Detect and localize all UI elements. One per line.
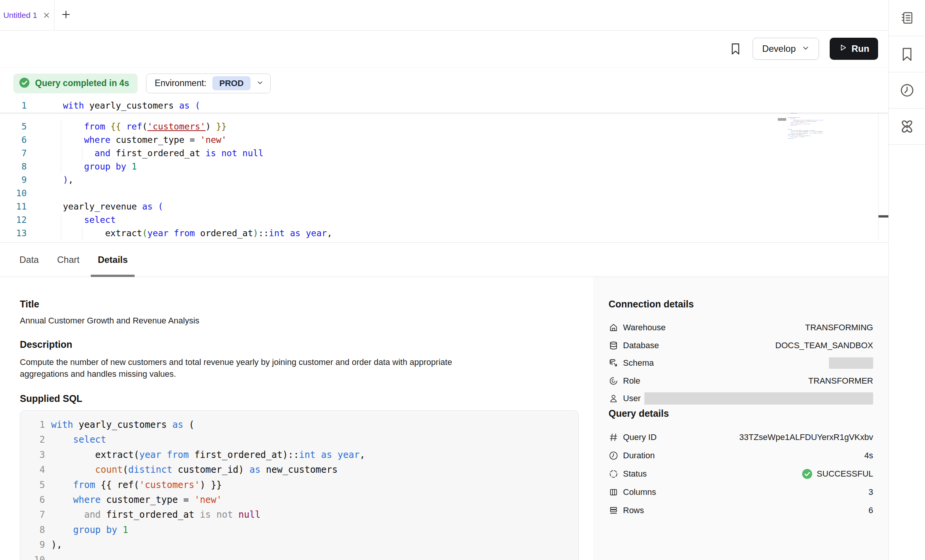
- query-status-pill: Query completed in 4s: [13, 74, 138, 93]
- sticky-scroll-line: 1with yearly_customers as (: [0, 99, 888, 113]
- file-tab-title: Untitled 1: [3, 11, 37, 20]
- bookmark-icon: [899, 46, 915, 62]
- query-details-list: Query ID33TZseWpe1ALFDUYerxR1gVKxbvDurat…: [609, 428, 873, 520]
- role-icon: [609, 376, 618, 386]
- clock-icon: [899, 83, 915, 98]
- detail-label: Status: [623, 469, 647, 479]
- editor-scrollbar[interactable]: [878, 104, 888, 240]
- description-value: Compute the number of new customers and …: [20, 356, 462, 380]
- redacted-value-bar: [644, 392, 873, 405]
- detail-row-duration: Duration4s: [609, 446, 873, 465]
- title-value: Annual Customer Growth and Revenue Analy…: [20, 316, 593, 326]
- chevron-down-icon: [802, 43, 809, 54]
- database-icon: [609, 341, 618, 350]
- hash-icon: [609, 432, 618, 442]
- code-line: 5 from {{ ref('customers') }}: [20, 478, 578, 493]
- query-details-heading: Query details: [609, 408, 873, 419]
- detail-row-status: StatusSUCCESSFUL: [609, 465, 873, 483]
- code-line: 8 group by 1: [20, 523, 578, 538]
- line-number: 6: [20, 493, 45, 507]
- tab-data[interactable]: Data: [13, 243, 46, 277]
- supplied-sql-code-block: 1with yearly_customers as (2 select3 ext…: [20, 410, 579, 560]
- editor-code-lines: 5 from {{ ref('customers') }}6 where cus…: [0, 120, 888, 240]
- rail-notebook-button[interactable]: [889, 0, 925, 36]
- line-number: 2: [20, 432, 45, 447]
- bookmark-icon[interactable]: [729, 42, 742, 55]
- detail-row-columns: Columns3: [609, 483, 873, 501]
- details-left-column: Title Annual Customer Growth and Revenue…: [0, 277, 593, 560]
- line-number: 6: [0, 133, 27, 147]
- line-number: 7: [20, 507, 45, 522]
- right-icon-rail: [888, 0, 925, 560]
- detail-value: 33TZseWpe1ALFDUYerxR1gVKxbv: [739, 432, 873, 442]
- detail-value: 4s: [864, 451, 873, 461]
- description-heading: Description: [20, 339, 593, 350]
- code-line: 7 and first_ordered_at is not null: [0, 147, 888, 160]
- detail-value: TRANSFORMING: [805, 323, 873, 333]
- rail-history-button[interactable]: [889, 72, 925, 109]
- line-number: 7: [0, 147, 27, 160]
- code-line: 4 count(distinct customer_id) as new_cus…: [20, 462, 578, 477]
- tab-details[interactable]: Details: [91, 243, 135, 277]
- line-number: 4: [20, 462, 45, 477]
- environment-selector[interactable]: Environment: PROD: [146, 74, 271, 93]
- detail-value: 3: [869, 487, 873, 497]
- detail-row-warehouse: WarehouseTRANSFORMING: [609, 319, 873, 337]
- supplied-sql-heading: Supplied SQL: [20, 393, 593, 404]
- line-number: 10: [20, 553, 45, 560]
- code-line: 9),: [20, 538, 578, 552]
- detail-label: Schema: [623, 358, 654, 368]
- run-label: Run: [851, 43, 869, 54]
- line-number: 13: [0, 227, 27, 240]
- details-panel: Title Annual Customer Growth and Revenue…: [0, 277, 888, 560]
- file-tab-untitled[interactable]: Untitled 1: [0, 0, 55, 30]
- warehouse-icon: [609, 323, 618, 333]
- chevron-down-icon: [257, 79, 263, 88]
- detail-label: Role: [623, 376, 640, 386]
- code-line: 2 select: [20, 432, 578, 447]
- detail-row-schema: Schema: [609, 354, 873, 372]
- code-line: order by 1: [788, 138, 793, 139]
- run-button[interactable]: Run: [830, 38, 878, 60]
- code-line: 3 extract(year from first_ordered_at)::i…: [20, 448, 578, 462]
- line-number: 1: [0, 99, 27, 112]
- tab-chart[interactable]: Chart: [50, 243, 87, 277]
- code-line: 7 and first_ordered_at is not null: [20, 507, 578, 522]
- close-tab-icon[interactable]: [42, 11, 51, 19]
- code-line: 11yearly_revenue as (: [0, 200, 888, 213]
- develop-label: Develop: [762, 43, 796, 54]
- detail-row-query-id: Query ID33TZseWpe1ALFDUYerxR1gVKxbv: [609, 428, 873, 446]
- rail-semantic-layer-button[interactable]: [889, 109, 925, 145]
- sql-code-editor[interactable]: 1with yearly_customers as ( 5 from {{ re…: [0, 99, 888, 243]
- detail-row-user: User: [609, 390, 873, 408]
- line-number: 1: [20, 418, 45, 432]
- details-right-column: Connection details WarehouseTRANSFORMING…: [593, 277, 888, 560]
- code-line: 8 group by 1: [0, 160, 888, 173]
- plus-icon: [61, 10, 71, 21]
- detail-row-database: DatabaseDOCS_TEAM_SANDBOX: [609, 337, 873, 355]
- code-line: 1with yearly_customers as (: [0, 99, 888, 112]
- connection-details-list: WarehouseTRANSFORMINGDatabaseDOCS_TEAM_S…: [609, 319, 873, 408]
- overview-decoration-mark: [778, 118, 786, 121]
- line-number: 10: [0, 187, 27, 200]
- line-number: 9: [0, 173, 27, 187]
- detail-label: Duration: [623, 451, 655, 461]
- line-number: 12: [0, 213, 27, 227]
- line-number: 8: [0, 160, 27, 173]
- develop-dropdown-button[interactable]: Develop: [753, 38, 819, 60]
- file-tab-bar: Untitled 1: [0, 0, 888, 30]
- line-number: 9: [20, 538, 45, 552]
- new-tab-button[interactable]: [55, 0, 77, 30]
- line-number: 8: [20, 523, 45, 538]
- detail-value: SUCCESSFUL: [801, 468, 873, 480]
- code-line: 10: [20, 553, 578, 560]
- line-number: 5: [0, 120, 27, 133]
- scrollbar-thumb[interactable]: [878, 215, 888, 218]
- detail-label: Rows: [623, 506, 644, 515]
- code-line: 10: [0, 187, 888, 200]
- schema-icon: [609, 358, 618, 368]
- semantic-layer-icon: [899, 119, 915, 134]
- rows-icon: [609, 506, 618, 515]
- detail-label: Database: [623, 341, 659, 350]
- rail-bookmark-button[interactable]: [889, 36, 925, 72]
